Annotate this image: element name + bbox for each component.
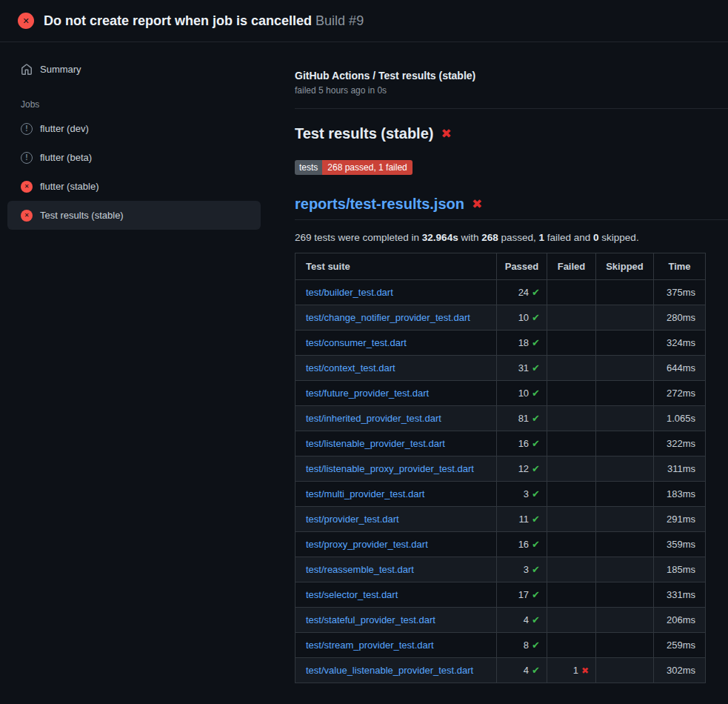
table-row: test/listenable_proxy_provider_test.dart…	[295, 456, 706, 482]
skipped-cell	[596, 582, 654, 608]
time-cell: 331ms	[654, 582, 706, 608]
check-icon: ✔	[532, 665, 540, 676]
suite-cell: test/proxy_provider_test.dart	[295, 532, 497, 557]
check-icon: ✔	[532, 362, 540, 373]
suite-link[interactable]: test/selector_test.dart	[306, 589, 398, 600]
failed-count: 1	[573, 665, 578, 676]
page-layout: Summary Jobs ! flutter (dev) ! flutter (…	[0, 42, 728, 683]
time-cell: 1.065s	[654, 406, 706, 431]
report-heading: reports/test-results.json ✖	[295, 195, 728, 220]
time-cell: 183ms	[654, 482, 706, 507]
suite-link[interactable]: test/stream_provider_test.dart	[306, 640, 434, 651]
failed-cell	[547, 456, 596, 482]
summary-text: failed and	[544, 232, 593, 243]
table-row: test/change_notifier_provider_test.dart …	[295, 305, 706, 331]
failed-cell	[547, 482, 596, 507]
build-failed-status-icon: ✕	[18, 13, 34, 29]
check-icon: ✔	[532, 312, 540, 323]
table-row: test/builder_test.dart 24✔ 375ms	[295, 280, 706, 305]
failed-cell	[547, 381, 596, 406]
passed-cell: 3✔	[497, 482, 547, 507]
breadcrumb: GitHub Actions / Test results (stable)	[295, 70, 728, 82]
passed-count: 4	[524, 614, 529, 625]
summary-text: skipped.	[599, 232, 639, 243]
suite-link[interactable]: test/change_notifier_provider_test.dart	[306, 312, 470, 323]
sidebar-item-flutter-dev[interactable]: ! flutter (dev)	[7, 114, 261, 143]
failed-cell	[547, 280, 596, 305]
check-icon: ✔	[532, 463, 540, 474]
summary-passed-count: 268	[481, 232, 498, 243]
suite-cell: test/inherited_provider_test.dart	[295, 406, 497, 431]
skipped-cell	[596, 633, 654, 658]
check-icon: ✔	[532, 614, 540, 625]
time-cell: 272ms	[654, 381, 706, 406]
sidebar-item-flutter-stable[interactable]: ✕ flutter (stable)	[7, 172, 261, 201]
time-cell: 280ms	[654, 305, 706, 331]
suite-link[interactable]: test/listenable_provider_test.dart	[306, 438, 445, 449]
passed-count: 4	[524, 665, 529, 676]
sidebar-item-test-results-stable[interactable]: ✕ Test results (stable)	[7, 201, 261, 230]
failed-status-icon: ✕	[21, 210, 33, 222]
failed-cell	[547, 507, 596, 532]
summary-line: 269 tests were completed in 32.964s with…	[295, 232, 728, 243]
suite-link[interactable]: test/provider_test.dart	[306, 514, 399, 525]
summary-duration: 32.964s	[422, 232, 458, 243]
failed-cell	[547, 608, 596, 633]
suite-link[interactable]: test/value_listenable_provider_test.dart	[306, 665, 473, 676]
suite-link[interactable]: test/future_provider_test.dart	[306, 388, 429, 399]
sidebar-item-flutter-beta[interactable]: ! flutter (beta)	[7, 143, 261, 172]
home-icon	[21, 64, 33, 76]
table-body: test/builder_test.dart 24✔ 375ms test/ch…	[295, 280, 706, 683]
suite-link[interactable]: test/builder_test.dart	[306, 287, 393, 298]
skipped-cell	[596, 431, 654, 456]
failed-cell	[547, 557, 596, 582]
suite-link[interactable]: test/multi_provider_test.dart	[306, 488, 424, 499]
tests-badge: tests 268 passed, 1 failed	[295, 160, 413, 175]
suite-cell: test/reassemble_test.dart	[295, 557, 497, 582]
suite-cell: test/future_provider_test.dart	[295, 381, 497, 406]
sidebar-item-label: flutter (dev)	[40, 123, 89, 134]
passed-count: 11	[519, 514, 530, 525]
skipped-cell	[596, 331, 654, 356]
section-title: Test results (stable) ✖	[295, 124, 728, 142]
suite-cell: test/value_listenable_provider_test.dart	[295, 658, 497, 683]
failed-cell	[547, 633, 596, 658]
time-cell: 359ms	[654, 532, 706, 557]
suite-link[interactable]: test/proxy_provider_test.dart	[306, 539, 428, 550]
suite-cell: test/multi_provider_test.dart	[295, 482, 497, 507]
passed-count: 18	[518, 337, 529, 348]
suite-link[interactable]: test/stateful_provider_test.dart	[306, 614, 435, 625]
failed-x-icon: ✖	[441, 127, 451, 140]
passed-count: 31	[518, 362, 529, 373]
build-header: ✕ Do not create report when job is cance…	[0, 0, 728, 42]
check-icon: ✔	[532, 488, 540, 499]
suite-link[interactable]: test/listenable_proxy_provider_test.dart	[306, 463, 474, 474]
passed-count: 24	[518, 287, 529, 298]
sidebar-item-label: Test results (stable)	[40, 210, 124, 221]
divider	[295, 108, 728, 109]
table-row: test/value_listenable_provider_test.dart…	[295, 658, 706, 683]
suite-cell: test/stateful_provider_test.dart	[295, 608, 497, 633]
sidebar-item-summary[interactable]: Summary	[7, 55, 261, 84]
neutral-status-icon: !	[21, 123, 33, 135]
time-cell: 302ms	[654, 658, 706, 683]
sidebar: Summary Jobs ! flutter (dev) ! flutter (…	[0, 42, 275, 230]
passed-count: 12	[518, 463, 529, 474]
table-row: test/consumer_test.dart 18✔ 324ms	[295, 331, 706, 356]
suite-link[interactable]: test/consumer_test.dart	[306, 337, 407, 348]
suite-cell: test/consumer_test.dart	[295, 331, 497, 356]
failed-status-icon: ✕	[21, 181, 33, 193]
check-icon: ✔	[532, 413, 540, 424]
passed-count: 8	[524, 640, 529, 651]
table-row: test/reassemble_test.dart 3✔ 185ms	[295, 557, 706, 582]
column-header-skipped: Skipped	[596, 253, 654, 280]
skipped-cell	[596, 658, 654, 683]
suite-cell: test/listenable_provider_test.dart	[295, 431, 497, 456]
passed-count: 81	[518, 413, 529, 424]
time-cell: 206ms	[654, 608, 706, 633]
suite-link[interactable]: test/context_test.dart	[306, 362, 395, 373]
check-icon: ✔	[532, 514, 540, 525]
report-link[interactable]: reports/test-results.json	[295, 195, 464, 213]
suite-link[interactable]: test/inherited_provider_test.dart	[306, 413, 441, 424]
suite-link[interactable]: test/reassemble_test.dart	[306, 564, 414, 575]
